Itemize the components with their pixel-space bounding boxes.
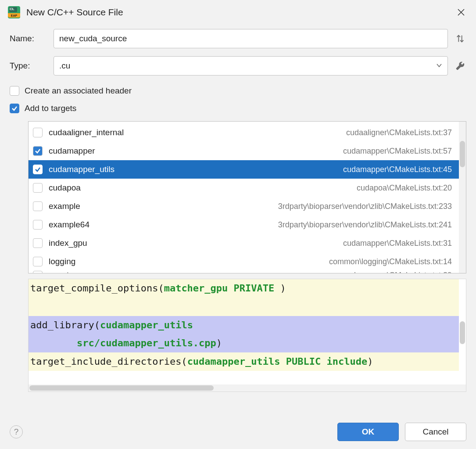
target-path: cudamapper\CMakeLists.txt:31 [343,239,452,248]
name-label: Name: [10,34,54,43]
target-path: 3rdparty\bioparser\vendor\zlib\CMakeList… [278,220,452,230]
target-name: example [49,201,80,211]
form-area: Name: Type: .cu [0,24,476,83]
code-vscrollbar[interactable] [459,279,466,377]
target-checkbox[interactable] [33,201,43,211]
create-header-label: Create an associated header [25,86,132,96]
add-targets-checkbox[interactable] [10,104,19,113]
targets-scrollbar-thumb[interactable] [460,141,465,167]
target-path: cudamapper\CMakeLists.txt:39 [343,271,452,273]
target-path: cudaaligner\CMakeLists.txt:37 [346,128,452,137]
target-row[interactable]: cudamapper_utilscudamapper\CMakeLists.tx… [29,160,459,179]
code-token: target_include_directories( [30,356,187,367]
target-name: index_gpu [49,238,87,248]
name-row: Name: [10,29,466,48]
target-checkbox[interactable] [33,238,43,248]
target-checkbox[interactable] [33,128,43,137]
targets-list: cudaaligner_internalcudaaligner\CMakeLis… [28,121,466,273]
type-value: .cu [59,61,70,71]
target-checkbox[interactable] [33,220,43,230]
title-bar: CL EAP New C/C++ Source File [0,0,476,24]
code-pad [30,338,77,348]
target-name: cudapoa [49,183,81,193]
target-name: example64 [49,220,89,230]
add-targets-row: Add to targets [0,104,476,113]
target-name: cudamapper_utils [49,165,115,174]
type-settings-button[interactable] [454,60,466,72]
target-checkbox[interactable] [33,271,43,273]
wrench-icon [455,61,465,71]
code-token: matcher_gpu PRIVATE [164,283,280,294]
code-token: src/cudamapper_utils.cpp [77,338,216,348]
target-name: logging [49,257,75,266]
target-name: cudamapper [49,146,95,156]
chevron-down-icon [436,61,442,71]
target-path: common\logging\CMakeLists.txt:14 [329,257,452,266]
target-path: cudapoa\CMakeLists.txt:20 [357,183,452,193]
target-name: cudaaligner_internal [49,128,124,137]
help-button[interactable]: ? [10,425,23,438]
target-row[interactable]: index_gpucudamapper\CMakeLists.txt:31 [29,234,459,252]
close-icon [457,8,465,16]
target-checkbox[interactable] [33,257,43,266]
code-token: ) [280,283,286,294]
target-path: 3rdparty\bioparser\vendor\zlib\CMakeList… [278,202,452,211]
targets-scrollbar[interactable] [459,122,466,273]
target-row[interactable]: example643rdparty\bioparser\vendor\zlib\… [29,216,459,234]
type-label: Type: [10,61,54,71]
ok-button[interactable]: OK [337,423,399,441]
close-button[interactable] [454,5,468,19]
sort-arrows-icon [455,34,465,43]
dialog-footer: ? OK Cancel [0,416,476,449]
dialog-title: New C/C++ Source File [26,7,123,18]
target-row[interactable]: cudapoacudapoa\CMakeLists.txt:20 [29,179,459,197]
target-name: matcher_gpu [49,271,97,273]
type-select[interactable]: .cu [54,56,448,75]
code-token: cudamapper_utils [100,320,193,330]
target-checkbox[interactable] [33,183,43,193]
code-hscrollbar[interactable] [29,384,466,392]
target-path: cudamapper\CMakeLists.txt:45 [343,165,452,174]
code-vscrollbar-thumb[interactable] [460,321,465,344]
code-preview: target_compile_options(matcher_gpu PRIVA… [28,279,466,392]
target-checkbox[interactable] [33,146,43,156]
add-targets-label: Add to targets [25,104,76,113]
code-token: add_library( [30,320,100,330]
target-path: cudamapper\CMakeLists.txt:57 [343,147,452,156]
code-token: target_compile_options( [30,283,164,294]
code-area[interactable]: target_compile_options(matcher_gpu PRIVA… [29,279,466,384]
sort-toggle-button[interactable] [454,32,466,45]
cancel-button[interactable]: Cancel [405,423,466,441]
target-row[interactable]: cudaaligner_internalcudaaligner\CMakeLis… [29,123,459,142]
target-row[interactable]: matcher_gpucudamapper\CMakeLists.txt:39 [29,271,459,273]
new-source-file-dialog: CL EAP New C/C++ Source File Name: Type: [0,0,476,449]
target-checkbox[interactable] [33,165,43,174]
app-icon: CL EAP [8,6,20,18]
target-row[interactable]: loggingcommon\logging\CMakeLists.txt:14 [29,252,459,271]
create-header-checkbox[interactable] [10,86,19,96]
target-row[interactable]: example3rdparty\bioparser\vendor\zlib\CM… [29,197,459,216]
create-header-row: Create an associated header [0,86,476,96]
code-blank-line [29,298,466,316]
name-input[interactable] [54,29,448,48]
code-hscrollbar-thumb[interactable] [29,385,214,391]
targets-scroll-area[interactable]: cudaaligner_internalcudaaligner\CMakeLis… [29,122,459,273]
code-token: ) [216,338,222,348]
target-row[interactable]: cudamappercudamapper\CMakeLists.txt:57 [29,142,459,160]
code-token: cudamapper_utils PUBLIC include [187,356,368,367]
code-token: ) [367,356,373,367]
type-row: Type: .cu [10,56,466,75]
